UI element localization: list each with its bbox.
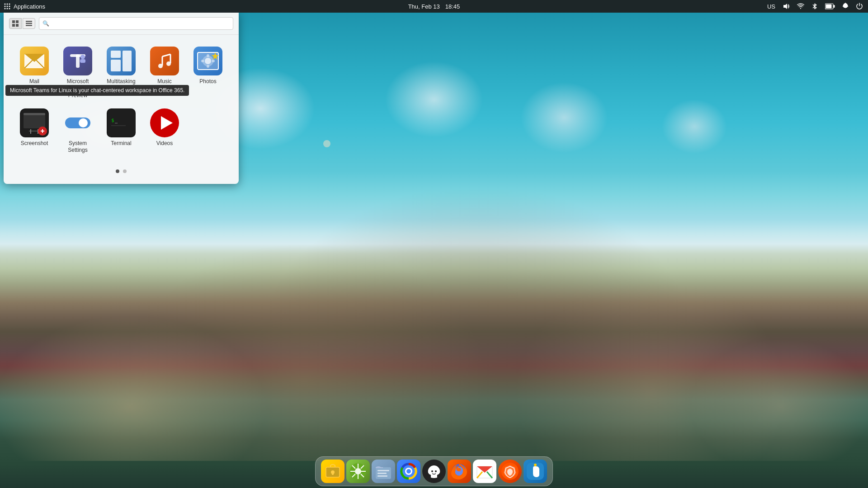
app-label-mail: Mail (29, 78, 39, 85)
app-item-videos[interactable]: Videos (143, 104, 186, 159)
svg-point-3 (5, 6, 6, 7)
svg-rect-30 (80, 59, 85, 63)
bell-icon[interactable] (841, 3, 850, 10)
app-label-screenshot: Screenshot (21, 140, 48, 147)
app-item-photos[interactable]: Photos (186, 42, 230, 104)
app-label-photos: Photos (199, 78, 216, 85)
grid-view-button[interactable] (9, 18, 22, 29)
svg-rect-33 (123, 51, 132, 71)
svg-rect-28 (76, 54, 80, 68)
svg-rect-50 (24, 113, 45, 115)
topbar-time: 18:45 (445, 3, 460, 10)
svg-marker-9 (783, 4, 787, 9)
svg-text:_: _ (115, 118, 118, 123)
app-item-sysset[interactable]: System Settings (56, 104, 99, 159)
svg-rect-68 (332, 472, 334, 475)
dock-item-keepassxc[interactable] (321, 460, 344, 483)
volume-icon[interactable] (781, 3, 791, 10)
svg-rect-14 (844, 7, 847, 8)
svg-point-38 (166, 61, 171, 66)
apps-button[interactable]: Applications (4, 3, 45, 10)
app-item-teams[interactable]: Microsoft Teams - Preview (56, 42, 99, 104)
power-icon[interactable] (854, 3, 864, 10)
dock-item-brainstorm[interactable] (346, 460, 370, 483)
pagination-dot-2[interactable] (123, 169, 127, 173)
svg-rect-19 (16, 24, 19, 27)
svg-rect-32 (111, 60, 121, 71)
app-icon-photos (193, 47, 222, 75)
keyboard-layout-indicator[interactable]: US (766, 3, 777, 10)
svg-rect-17 (16, 20, 19, 23)
dock (315, 456, 553, 486)
app-item-music[interactable]: Music (143, 42, 186, 104)
svg-point-58 (79, 118, 88, 127)
dock-item-firefox[interactable] (448, 460, 471, 483)
app-label-multitask: Multitasking View (102, 78, 140, 92)
app-icon-terminal: $ _ (107, 108, 136, 137)
svg-point-29 (80, 55, 85, 59)
dock-item-joplin[interactable] (524, 460, 547, 483)
moon (323, 140, 330, 147)
app-icon-sysset (63, 108, 92, 137)
svg-point-87 (431, 470, 433, 472)
dock-item-github[interactable] (422, 460, 446, 483)
app-label-videos: Videos (156, 140, 173, 147)
svg-point-6 (5, 8, 6, 9)
apps-label-text: Applications (14, 3, 45, 10)
svg-rect-81 (377, 473, 387, 474)
svg-rect-49 (24, 113, 45, 128)
svg-rect-13 (826, 5, 832, 9)
svg-point-10 (800, 8, 801, 9)
app-label-terminal: Terminal (111, 140, 131, 147)
svg-point-45 (201, 60, 204, 62)
svg-rect-82 (377, 475, 387, 477)
app-icon-teams (63, 47, 92, 75)
svg-point-5 (9, 6, 10, 7)
app-label-sysset: System Settings (59, 140, 97, 154)
app-icon-screenshot (20, 108, 49, 137)
app-icon-music (150, 47, 179, 75)
topbar: Applications Thu, Feb 13 18:45 US (0, 0, 868, 13)
app-item-screenshot[interactable]: Screenshot (13, 104, 56, 159)
svg-text:$: $ (111, 117, 114, 123)
svg-point-46 (212, 60, 215, 62)
svg-point-44 (207, 65, 209, 68)
pagination (4, 166, 239, 175)
dock-item-files[interactable] (372, 460, 395, 483)
bluetooth-icon[interactable] (810, 3, 819, 10)
svg-point-2 (9, 4, 10, 5)
svg-point-4 (7, 6, 8, 7)
svg-line-34 (162, 54, 170, 56)
app-item-mail[interactable]: Mail (13, 42, 56, 104)
dock-item-gmail[interactable] (473, 460, 496, 483)
search-icon: 🔍 (42, 20, 49, 27)
dock-item-chromium[interactable] (397, 460, 420, 483)
battery-icon[interactable] (824, 3, 836, 9)
topbar-center: Thu, Feb 13 18:45 (408, 3, 460, 10)
pagination-dot-1[interactable] (116, 169, 119, 173)
list-view-button[interactable] (23, 18, 35, 29)
svg-point-70 (355, 468, 361, 474)
svg-point-43 (207, 54, 209, 57)
svg-point-0 (5, 4, 6, 5)
wifi-icon[interactable] (796, 3, 806, 10)
svg-rect-16 (12, 20, 15, 23)
app-item-multitask[interactable]: Multitasking View (99, 42, 143, 104)
svg-point-1 (7, 4, 8, 5)
app-icon-mail (20, 47, 49, 75)
search-input[interactable] (39, 17, 233, 30)
svg-rect-18 (12, 24, 15, 27)
view-toggles (9, 18, 35, 29)
app-launcher: 🔍 Mail (4, 13, 239, 184)
svg-rect-22 (26, 25, 32, 26)
topbar-right: US (766, 3, 864, 10)
svg-point-7 (7, 8, 8, 9)
app-item-terminal[interactable]: $ _ Terminal (99, 104, 143, 159)
search-bar: 🔍 (4, 13, 239, 35)
dock-item-brave[interactable] (498, 460, 522, 483)
svg-rect-31 (111, 51, 121, 58)
app-label-music: Music (157, 78, 171, 85)
svg-rect-20 (26, 21, 32, 22)
topbar-date: Thu, Feb 13 (408, 3, 440, 10)
app-icon-multitask (107, 47, 136, 75)
